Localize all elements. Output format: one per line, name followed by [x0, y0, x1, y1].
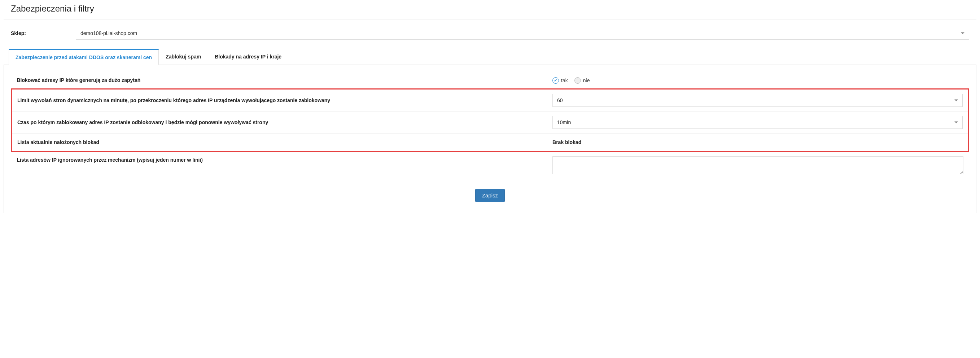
- tab-ddos[interactable]: Zabezpieczenie przed atakami DDOS oraz s…: [9, 49, 159, 65]
- current-blocks-value: Brak blokad: [552, 138, 963, 146]
- label-ignored-ips: Lista adresów IP ignorowanych przez mech…: [12, 151, 548, 180]
- label-limit-calls: Limit wywołań stron dynamicznych na minu…: [12, 89, 548, 111]
- row-limit-calls: Limit wywołań stron dynamicznych na minu…: [12, 89, 969, 111]
- label-unblock-time: Czas po którym zablokowany adres IP zost…: [12, 111, 548, 134]
- page-title: Zabezpieczenia i filtry: [3, 0, 977, 19]
- radio-yes-indicator: [552, 77, 559, 84]
- label-current-blocks: Lista aktualnie nałożonych blokad: [12, 134, 548, 151]
- radio-no-indicator: [574, 77, 581, 84]
- radio-no-label: nie: [583, 78, 590, 83]
- label-block-ips: Blokować adresy IP które generują za duż…: [12, 72, 548, 89]
- limit-calls-select[interactable]: 60: [552, 94, 963, 107]
- chevron-down-icon: [961, 32, 964, 34]
- row-current-blocks: Lista aktualnie nałożonych blokad Brak b…: [12, 134, 969, 151]
- tab-ipblock[interactable]: Blokady na adresy IP i kraje: [208, 49, 288, 65]
- unblock-time-value: 10min: [557, 119, 571, 125]
- actions-row: Zapisz: [11, 180, 969, 202]
- radio-no[interactable]: nie: [574, 77, 590, 84]
- settings-table: Blokować adresy IP które generują za duż…: [11, 72, 969, 180]
- shop-select-value: demo108-pl.iai-shop.com: [81, 30, 137, 36]
- ignored-ips-textarea[interactable]: [552, 156, 963, 174]
- row-unblock-time: Czas po którym zablokowany adres IP zost…: [12, 111, 969, 134]
- save-button[interactable]: Zapisz: [475, 189, 505, 202]
- radio-yes[interactable]: tak: [552, 77, 568, 84]
- limit-calls-value: 60: [557, 97, 563, 103]
- row-block-ips: Blokować adresy IP które generują za duż…: [12, 72, 969, 89]
- radio-yes-label: tak: [561, 78, 568, 83]
- tabs: Zabezpieczenie przed atakami DDOS oraz s…: [3, 49, 977, 65]
- shop-label: Sklep:: [11, 30, 76, 36]
- chevron-down-icon: [955, 100, 958, 102]
- shop-select[interactable]: demo108-pl.iai-shop.com: [76, 27, 969, 40]
- block-ips-radio-group: tak nie: [552, 77, 963, 84]
- tab-panel-ddos: Blokować adresy IP które generują za duż…: [3, 65, 977, 213]
- unblock-time-select[interactable]: 10min: [552, 116, 963, 129]
- tab-spam[interactable]: Zablokuj spam: [159, 49, 208, 65]
- highlighted-settings: Limit wywołań stron dynamicznych na minu…: [12, 89, 969, 151]
- row-ignored-ips: Lista adresów IP ignorowanych przez mech…: [12, 151, 969, 180]
- shop-selector-row: Sklep: demo108-pl.iai-shop.com: [3, 27, 977, 49]
- chevron-down-icon: [955, 122, 958, 123]
